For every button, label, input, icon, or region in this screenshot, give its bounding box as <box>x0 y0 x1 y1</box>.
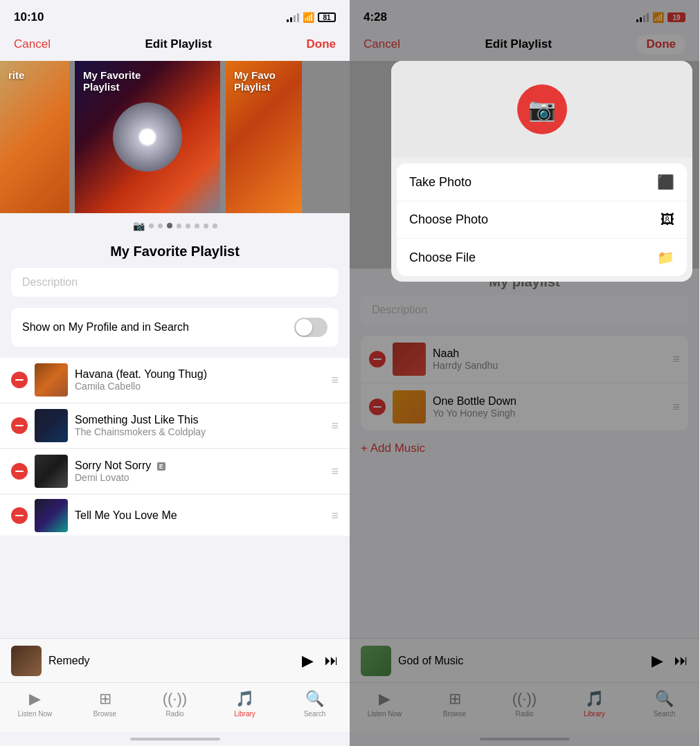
artwork-bg-1 <box>0 61 69 213</box>
artwork-partial-left[interactable]: rite <box>0 61 69 213</box>
choose-photo-menu-item[interactable]: Choose Photo 🖼 <box>397 201 687 239</box>
left-bottom-player[interactable]: Remedy ▶ ⏭ <box>0 638 350 682</box>
left-nav-title: Edit Playlist <box>145 37 212 51</box>
right-panel: 4:28 📶 19 Cancel Edit Playlist Done My p… <box>350 0 699 746</box>
drag-handle-tell[interactable]: ≡ <box>331 509 339 522</box>
left-description-field[interactable]: Description <box>11 268 339 297</box>
dot-5 <box>186 224 190 228</box>
song-row-havana: Havana (feat. Young Thug) Camila Cabello… <box>0 358 350 402</box>
left-tab-bar: ▶ Listen Now ⊞ Browse ((·)) Radio 🎵 Libr… <box>0 682 350 732</box>
dots-indicator: 📷 <box>0 213 350 238</box>
left-song-list: Havana (feat. Young Thug) Camila Cabello… <box>0 358 350 638</box>
camera-icon: 📷 <box>528 96 556 122</box>
wifi-icon: 📶 <box>303 12 314 23</box>
minus-icon-2 <box>15 425 24 426</box>
remove-chainsmokers[interactable] <box>11 417 28 434</box>
popup-artwork-preview: 📷 <box>391 61 692 158</box>
dot-3-active <box>167 223 172 228</box>
camera-menu-icon: ⬛ <box>657 174 674 190</box>
left-play-button[interactable]: ▶ <box>302 652 314 670</box>
left-cancel-button[interactable]: Cancel <box>14 37 51 51</box>
remove-demi[interactable] <box>11 463 28 480</box>
tab-library-left[interactable]: 🎵 Library <box>210 690 280 718</box>
dot-7 <box>204 224 208 228</box>
show-profile-label: Show on My Profile and in Search <box>22 321 189 334</box>
radio-icon-left: ((·)) <box>163 690 187 708</box>
song-title-tell: Tell Me You Love Me <box>75 509 324 522</box>
minus-icon <box>15 379 24 381</box>
photo-picker-popup: 📷 Take Photo ⬛ Choose Photo 🖼 Choose Fil… <box>391 61 692 282</box>
artwork-label-3: My FavoPlaylist <box>234 69 276 93</box>
left-status-icons: 📶 81 <box>287 12 336 23</box>
show-profile-toggle[interactable] <box>294 318 327 337</box>
radio-label-left: Radio <box>165 710 183 718</box>
take-photo-label: Take Photo <box>409 175 472 190</box>
vinyl-disc <box>113 102 182 172</box>
left-panel: 10:10 📶 81 Cancel Edit Playlist Done rit… <box>0 0 350 746</box>
left-player-title: Remedy <box>48 655 295 667</box>
search-icon-left: 🔍 <box>305 690 324 708</box>
artwork-label-2: My FavoritePlaylist <box>83 69 141 93</box>
explicit-badge: E <box>157 462 165 471</box>
file-menu-icon: 📁 <box>657 249 674 266</box>
tab-listen-now-left[interactable]: ▶ Listen Now <box>0 690 70 718</box>
left-done-button[interactable]: Done <box>306 37 336 51</box>
browse-label-left: Browse <box>93 710 116 718</box>
tab-browse-left[interactable]: ⊞ Browse <box>70 690 140 718</box>
dot-2 <box>158 224 163 228</box>
dot-8 <box>213 224 217 228</box>
left-status-bar: 10:10 📶 81 <box>0 0 350 30</box>
left-time: 10:10 <box>14 10 44 24</box>
artwork-partial-right[interactable]: My FavoPlaylist <box>226 61 302 213</box>
song-artist-havana: Camila Cabello <box>75 381 324 392</box>
drag-handle-chainsmokers[interactable]: ≡ <box>331 419 339 432</box>
left-home-bar <box>130 738 220 740</box>
drag-handle-havana[interactable]: ≡ <box>331 374 339 386</box>
song-info-tell: Tell Me You Love Me <box>75 509 324 522</box>
artwork-center[interactable]: My FavoritePlaylist <box>75 61 220 213</box>
camera-circle-button[interactable]: 📷 <box>517 84 567 134</box>
choose-photo-label: Choose Photo <box>409 212 488 227</box>
song-artist-demi: Demi Lovato <box>75 472 324 483</box>
dot-4 <box>177 224 181 228</box>
song-info-demi: Sorry Not Sorry E Demi Lovato <box>75 460 324 483</box>
artwork-carousel[interactable]: rite My FavoritePlaylist My FavoPlaylist <box>0 61 350 213</box>
song-art-demi <box>35 455 68 488</box>
left-battery: 81 <box>318 12 336 22</box>
camera-dot: 📷 <box>133 220 145 231</box>
toggle-knob <box>296 319 312 336</box>
left-nav-bar: Cancel Edit Playlist Done <box>0 30 350 61</box>
search-label-left: Search <box>304 710 326 718</box>
left-player-art <box>11 646 42 676</box>
artwork-label-1: rite <box>8 69 24 81</box>
left-skip-button[interactable]: ⏭ <box>325 653 339 668</box>
song-info-havana: Havana (feat. Young Thug) Camila Cabello <box>75 368 324 392</box>
remove-tell[interactable] <box>11 507 28 524</box>
choose-file-label: Choose File <box>409 251 476 265</box>
drag-handle-demi[interactable]: ≡ <box>331 465 339 477</box>
left-playlist-name[interactable]: My Favorite Playlist <box>0 238 350 268</box>
song-art-havana <box>35 363 68 397</box>
take-photo-menu-item[interactable]: Take Photo ⬛ <box>397 163 687 201</box>
show-profile-row: Show on My Profile and in Search <box>11 308 339 347</box>
tab-radio-left[interactable]: ((·)) Radio <box>140 690 210 718</box>
remove-havana[interactable] <box>11 372 28 388</box>
song-row-tell: Tell Me You Love Me ≡ <box>0 494 350 536</box>
dot-6 <box>195 224 199 228</box>
library-label-left: Library <box>234 710 255 718</box>
photo-menu-icon: 🖼 <box>661 212 674 228</box>
minus-icon-4 <box>15 515 24 516</box>
listen-now-label-left: Listen Now <box>18 710 52 718</box>
song-title-demi: Sorry Not Sorry E <box>75 460 324 472</box>
song-title-chainsmokers: Something Just Like This <box>75 414 324 426</box>
dot-1 <box>149 224 154 228</box>
song-row-chainsmokers: Something Just Like This The Chainsmoker… <box>0 403 350 448</box>
choose-file-menu-item[interactable]: Choose File 📁 <box>397 239 687 276</box>
signal-icon <box>287 12 299 22</box>
tab-search-left[interactable]: 🔍 Search <box>280 690 350 718</box>
popup-card: 📷 Take Photo ⬛ Choose Photo 🖼 Choose Fil… <box>391 61 692 282</box>
library-icon-left: 🎵 <box>235 690 254 708</box>
left-player-controls: ▶ ⏭ <box>302 652 339 670</box>
popup-menu: Take Photo ⬛ Choose Photo 🖼 Choose File … <box>397 163 687 276</box>
song-art-chainsmokers <box>35 409 68 442</box>
